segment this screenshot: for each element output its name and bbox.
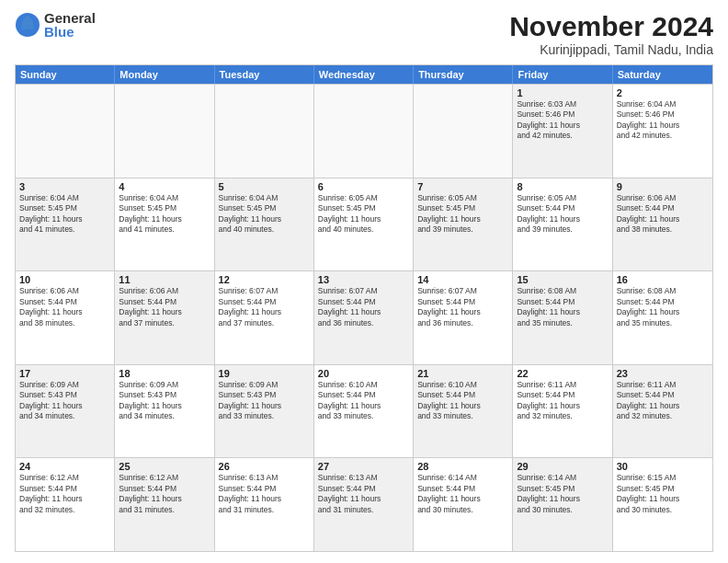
day-info: Sunrise: 6:12 AM Sunset: 5:44 PM Dayligh…	[119, 473, 210, 515]
day-info: Sunrise: 6:05 AM Sunset: 5:45 PM Dayligh…	[318, 193, 409, 236]
day-info: Sunrise: 6:13 AM Sunset: 5:44 PM Dayligh…	[318, 473, 409, 515]
calendar-cell-empty	[215, 85, 314, 178]
calendar-cell: 20Sunrise: 6:10 AM Sunset: 5:44 PM Dayli…	[314, 365, 414, 458]
calendar-header: SundayMondayTuesdayWednesdayThursdayFrid…	[16, 65, 712, 84]
calendar-week-row: 3Sunrise: 6:04 AM Sunset: 5:45 PM Daylig…	[16, 178, 712, 271]
calendar-cell: 28Sunrise: 6:14 AM Sunset: 5:44 PM Dayli…	[414, 458, 513, 551]
day-info: Sunrise: 6:11 AM Sunset: 5:44 PM Dayligh…	[517, 380, 608, 422]
calendar-cell: 6Sunrise: 6:05 AM Sunset: 5:45 PM Daylig…	[314, 178, 414, 271]
day-number: 1	[517, 87, 608, 98]
day-number: 11	[119, 274, 210, 285]
day-number: 12	[219, 274, 310, 285]
day-number: 29	[517, 461, 608, 472]
day-number: 28	[417, 461, 508, 472]
calendar-week-row: 10Sunrise: 6:06 AM Sunset: 5:44 PM Dayli…	[16, 270, 712, 364]
calendar-cell: 2Sunrise: 6:04 AM Sunset: 5:46 PM Daylig…	[613, 85, 712, 178]
calendar-header-day: Saturday	[613, 65, 712, 84]
calendar-header-day: Monday	[115, 65, 214, 84]
calendar-cell: 11Sunrise: 6:06 AM Sunset: 5:44 PM Dayli…	[115, 271, 214, 364]
calendar-cell: 25Sunrise: 6:12 AM Sunset: 5:44 PM Dayli…	[115, 458, 214, 551]
logo: General Blue	[15, 11, 96, 39]
day-info: Sunrise: 6:11 AM Sunset: 5:44 PM Dayligh…	[617, 380, 709, 422]
day-number: 19	[219, 368, 310, 379]
day-info: Sunrise: 6:06 AM Sunset: 5:44 PM Dayligh…	[19, 286, 110, 328]
day-info: Sunrise: 6:09 AM Sunset: 5:43 PM Dayligh…	[19, 380, 110, 422]
day-info: Sunrise: 6:14 AM Sunset: 5:44 PM Dayligh…	[417, 473, 508, 515]
calendar-cell: 29Sunrise: 6:14 AM Sunset: 5:45 PM Dayli…	[513, 458, 612, 551]
calendar-cell: 1Sunrise: 6:03 AM Sunset: 5:46 PM Daylig…	[513, 85, 612, 178]
title-block: November 2024 Kurinjippadi, Tamil Nadu, …	[509, 11, 713, 57]
page: General Blue November 2024 Kurinjippadi,…	[0, 0, 728, 563]
day-number: 20	[318, 368, 409, 379]
calendar-cell: 30Sunrise: 6:15 AM Sunset: 5:45 PM Dayli…	[613, 458, 712, 551]
day-number: 23	[617, 368, 709, 379]
calendar-header-day: Sunday	[16, 65, 115, 84]
day-info: Sunrise: 6:06 AM Sunset: 5:44 PM Dayligh…	[119, 286, 210, 328]
day-number: 24	[19, 461, 110, 472]
calendar-cell: 21Sunrise: 6:10 AM Sunset: 5:44 PM Dayli…	[414, 365, 513, 458]
day-info: Sunrise: 6:07 AM Sunset: 5:44 PM Dayligh…	[318, 286, 409, 328]
day-number: 5	[219, 181, 310, 192]
day-number: 13	[318, 274, 409, 285]
day-info: Sunrise: 6:04 AM Sunset: 5:45 PM Dayligh…	[119, 193, 210, 236]
day-info: Sunrise: 6:04 AM Sunset: 5:45 PM Dayligh…	[19, 193, 110, 236]
day-info: Sunrise: 6:14 AM Sunset: 5:45 PM Dayligh…	[517, 473, 608, 515]
calendar-header-day: Friday	[513, 65, 612, 84]
day-number: 8	[517, 181, 608, 192]
day-number: 3	[19, 181, 110, 192]
logo-blue-text: Blue	[44, 25, 96, 39]
day-info: Sunrise: 6:08 AM Sunset: 5:44 PM Dayligh…	[517, 286, 608, 328]
day-info: Sunrise: 6:10 AM Sunset: 5:44 PM Dayligh…	[318, 380, 409, 422]
calendar-cell: 7Sunrise: 6:05 AM Sunset: 5:45 PM Daylig…	[414, 178, 513, 271]
calendar-cell: 14Sunrise: 6:07 AM Sunset: 5:44 PM Dayli…	[414, 271, 513, 364]
calendar-header-day: Thursday	[414, 65, 513, 84]
day-number: 16	[617, 274, 709, 285]
location: Kurinjippadi, Tamil Nadu, India	[509, 42, 713, 57]
calendar-cell: 3Sunrise: 6:04 AM Sunset: 5:45 PM Daylig…	[16, 178, 115, 271]
day-info: Sunrise: 6:07 AM Sunset: 5:44 PM Dayligh…	[219, 286, 310, 328]
day-info: Sunrise: 6:04 AM Sunset: 5:45 PM Dayligh…	[219, 193, 310, 236]
calendar-cell: 18Sunrise: 6:09 AM Sunset: 5:43 PM Dayli…	[115, 365, 214, 458]
day-number: 18	[119, 368, 210, 379]
calendar-cell: 15Sunrise: 6:08 AM Sunset: 5:44 PM Dayli…	[513, 271, 612, 364]
day-info: Sunrise: 6:04 AM Sunset: 5:46 PM Dayligh…	[617, 99, 709, 142]
day-number: 27	[318, 461, 409, 472]
day-info: Sunrise: 6:09 AM Sunset: 5:43 PM Dayligh…	[219, 380, 310, 422]
day-number: 26	[219, 461, 310, 472]
calendar-cell-empty	[414, 85, 513, 178]
calendar-cell: 16Sunrise: 6:08 AM Sunset: 5:44 PM Dayli…	[613, 271, 712, 364]
calendar-cell: 5Sunrise: 6:04 AM Sunset: 5:45 PM Daylig…	[215, 178, 314, 271]
calendar-cell: 22Sunrise: 6:11 AM Sunset: 5:44 PM Dayli…	[513, 365, 612, 458]
day-info: Sunrise: 6:08 AM Sunset: 5:44 PM Dayligh…	[617, 286, 709, 328]
calendar-body: 1Sunrise: 6:03 AM Sunset: 5:46 PM Daylig…	[16, 84, 712, 551]
calendar: SundayMondayTuesdayWednesdayThursdayFrid…	[15, 64, 713, 552]
calendar-cell: 9Sunrise: 6:06 AM Sunset: 5:44 PM Daylig…	[613, 178, 712, 271]
logo-general-text: General	[44, 11, 96, 25]
day-number: 6	[318, 181, 409, 192]
calendar-cell: 27Sunrise: 6:13 AM Sunset: 5:44 PM Dayli…	[314, 458, 414, 551]
day-number: 2	[617, 87, 709, 98]
calendar-cell: 4Sunrise: 6:04 AM Sunset: 5:45 PM Daylig…	[115, 178, 214, 271]
day-number: 21	[417, 368, 508, 379]
calendar-cell-empty	[115, 85, 214, 178]
day-number: 17	[19, 368, 110, 379]
day-number: 14	[417, 274, 508, 285]
calendar-cell: 19Sunrise: 6:09 AM Sunset: 5:43 PM Dayli…	[215, 365, 314, 458]
calendar-cell: 10Sunrise: 6:06 AM Sunset: 5:44 PM Dayli…	[16, 271, 115, 364]
logo-icon	[15, 12, 40, 38]
calendar-cell-empty	[16, 85, 115, 178]
day-info: Sunrise: 6:15 AM Sunset: 5:45 PM Dayligh…	[617, 473, 709, 515]
day-info: Sunrise: 6:13 AM Sunset: 5:44 PM Dayligh…	[219, 473, 310, 515]
header: General Blue November 2024 Kurinjippadi,…	[15, 11, 713, 57]
day-info: Sunrise: 6:03 AM Sunset: 5:46 PM Dayligh…	[517, 99, 608, 142]
calendar-cell: 13Sunrise: 6:07 AM Sunset: 5:44 PM Dayli…	[314, 271, 414, 364]
calendar-cell: 12Sunrise: 6:07 AM Sunset: 5:44 PM Dayli…	[215, 271, 314, 364]
day-info: Sunrise: 6:10 AM Sunset: 5:44 PM Dayligh…	[417, 380, 508, 422]
calendar-cell: 26Sunrise: 6:13 AM Sunset: 5:44 PM Dayli…	[215, 458, 314, 551]
calendar-cell: 24Sunrise: 6:12 AM Sunset: 5:44 PM Dayli…	[16, 458, 115, 551]
day-number: 10	[19, 274, 110, 285]
calendar-cell: 17Sunrise: 6:09 AM Sunset: 5:43 PM Dayli…	[16, 365, 115, 458]
day-number: 15	[517, 274, 608, 285]
day-number: 22	[517, 368, 608, 379]
day-number: 25	[119, 461, 210, 472]
